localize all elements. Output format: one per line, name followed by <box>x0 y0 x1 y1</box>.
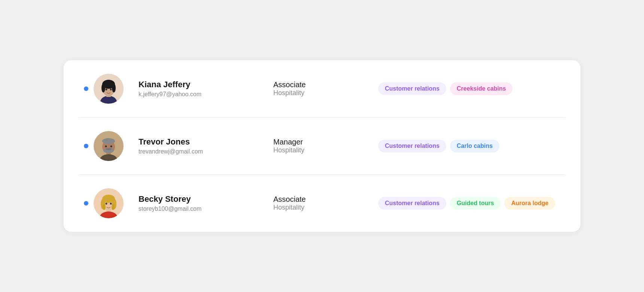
tag-trevor-jones-0: Customer relations <box>378 140 446 152</box>
svg-point-5 <box>101 83 105 92</box>
avatar-kiana-jeffery <box>94 74 124 104</box>
svg-point-8 <box>110 89 112 91</box>
role-title-kiana-jeffery: Associate <box>273 80 348 89</box>
svg-point-13 <box>102 138 115 144</box>
person-email-kiana-jeffery: k.jeffery97@yahoo.com <box>139 91 258 98</box>
svg-point-18 <box>110 146 112 147</box>
dot-col <box>79 144 94 148</box>
avatar-col <box>94 131 127 161</box>
svg-point-27 <box>112 204 115 210</box>
role-col-trevor-jones: Manager Hospitality <box>273 138 348 154</box>
svg-point-6 <box>112 83 116 92</box>
svg-point-28 <box>106 203 107 205</box>
avatar-col <box>94 74 127 104</box>
svg-point-17 <box>105 146 107 147</box>
role-dept-kiana-jeffery: Hospitality <box>273 89 348 97</box>
info-col-becky-storey: Becky Storey storeyb100@gmail.com <box>139 194 258 212</box>
tag-becky-storey-0: Customer relations <box>378 197 446 210</box>
tags-col-becky-storey: Customer relationsGuided toursAurora lod… <box>378 197 565 210</box>
svg-point-29 <box>110 203 112 205</box>
status-dot-trevor-jones <box>84 144 88 148</box>
role-dept-becky-storey: Hospitality <box>273 204 348 212</box>
svg-point-26 <box>103 204 106 210</box>
people-list: Kiana Jeffery k.jeffery97@yahoo.com Asso… <box>64 60 580 232</box>
role-title-trevor-jones: Manager <box>273 138 348 146</box>
person-name-trevor-jones: Trevor Jones <box>139 137 258 147</box>
person-row-kiana-jeffery[interactable]: Kiana Jeffery k.jeffery97@yahoo.com Asso… <box>79 60 565 117</box>
tag-kiana-jeffery-0: Customer relations <box>378 82 446 95</box>
avatar-becky-storey <box>94 188 124 218</box>
person-email-trevor-jones: trevandrewj@gmail.com <box>139 148 258 155</box>
tags-col-kiana-jeffery: Customer relationsCreekside cabins <box>378 82 565 95</box>
role-dept-trevor-jones: Hospitality <box>273 146 348 154</box>
status-dot-kiana-jeffery <box>84 86 88 91</box>
tag-kiana-jeffery-1: Creekside cabins <box>450 82 513 95</box>
dot-col <box>79 86 94 91</box>
tag-becky-storey-1: Guided tours <box>450 197 501 210</box>
person-row-becky-storey[interactable]: Becky Storey storeyb100@gmail.com Associ… <box>79 174 565 232</box>
info-col-trevor-jones: Trevor Jones trevandrewj@gmail.com <box>139 137 258 155</box>
role-col-kiana-jeffery: Associate Hospitality <box>273 80 348 97</box>
svg-point-16 <box>108 148 112 150</box>
tag-trevor-jones-1: Carlo cabins <box>450 140 499 152</box>
svg-point-7 <box>106 89 107 91</box>
role-title-becky-storey: Associate <box>273 195 348 204</box>
role-col-becky-storey: Associate Hospitality <box>273 195 348 212</box>
status-dot-becky-storey <box>84 201 88 206</box>
tag-becky-storey-2: Aurora lodge <box>504 197 555 210</box>
tags-col-trevor-jones: Customer relationsCarlo cabins <box>378 140 565 152</box>
info-col-kiana-jeffery: Kiana Jeffery k.jeffery97@yahoo.com <box>139 80 258 98</box>
dot-col <box>79 201 94 206</box>
avatar-col <box>94 188 127 218</box>
person-name-kiana-jeffery: Kiana Jeffery <box>139 80 258 89</box>
avatar-trevor-jones <box>94 131 124 161</box>
person-email-becky-storey: storeyb100@gmail.com <box>139 206 258 212</box>
person-name-becky-storey: Becky Storey <box>139 194 258 204</box>
person-row-trevor-jones[interactable]: Trevor Jones trevandrewj@gmail.com Manag… <box>79 117 565 174</box>
